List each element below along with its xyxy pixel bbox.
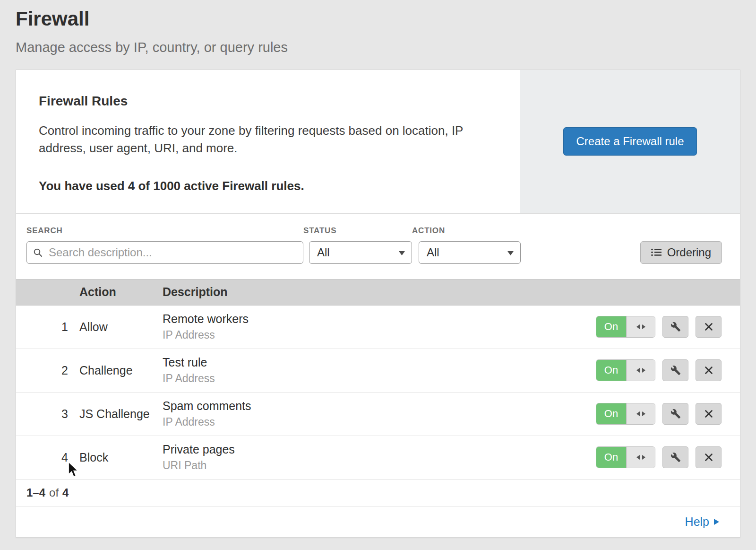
help-link-label: Help	[685, 515, 709, 529]
rule-action: Block	[79, 451, 163, 464]
delete-rule-button[interactable]	[696, 316, 722, 338]
header-description: Description	[163, 285, 740, 299]
rule-action: Allow	[79, 320, 163, 334]
delete-rule-button[interactable]	[696, 359, 722, 381]
page-subtitle: Manage access by IP, country, or query r…	[16, 40, 740, 55]
rule-enabled-toggle[interactable]: On	[596, 359, 655, 381]
rule-match-type: IP Address	[163, 416, 596, 428]
pagination-range: 1–4	[26, 486, 45, 499]
rule-match-type: IP Address	[163, 372, 596, 385]
page-title: Firewall	[16, 8, 740, 30]
list-icon	[651, 248, 662, 257]
rule-controls: On	[596, 316, 740, 338]
edit-rule-button[interactable]	[662, 403, 688, 425]
close-icon	[704, 453, 713, 462]
help-row: Help	[16, 507, 740, 537]
wrench-icon	[670, 322, 681, 332]
search-input-wrap	[26, 241, 303, 264]
rule-number: 1	[16, 320, 79, 334]
rule-controls: On	[596, 446, 740, 468]
rule-match-type: URI Path	[163, 459, 596, 472]
toggle-arrows-icon[interactable]	[627, 316, 655, 337]
card-top-section: Firewall Rules Control incoming traffic …	[16, 70, 740, 214]
header-action: Action	[79, 285, 163, 299]
firewall-page: Firewall Manage access by IP, country, o…	[0, 0, 756, 538]
help-link[interactable]: Help	[685, 515, 719, 529]
status-select[interactable]: All	[309, 241, 412, 264]
rule-action: Challenge	[79, 364, 163, 377]
wrench-icon	[670, 409, 681, 419]
search-field: SEARCH	[26, 226, 303, 264]
rule-number: 2	[16, 364, 79, 377]
rule-description: Test rule IP Address	[163, 356, 596, 385]
status-label: STATUS	[303, 226, 412, 236]
rule-controls: On	[596, 403, 740, 425]
create-rule-panel: Create a Firewall rule	[520, 70, 740, 213]
table-header: Action Description	[16, 279, 740, 306]
rule-enabled-toggle[interactable]: On	[596, 446, 655, 468]
toggle-on-label[interactable]: On	[596, 447, 627, 468]
delete-rule-button[interactable]	[696, 403, 722, 425]
close-icon	[704, 410, 713, 418]
help-arrow-icon	[714, 519, 719, 525]
rule-controls: On	[596, 359, 740, 381]
rule-description: Private pages URI Path	[163, 443, 596, 472]
filters-bar: SEARCH STATUS All ACTION All	[16, 214, 740, 279]
close-icon	[704, 366, 713, 375]
ordering-button-label: Ordering	[667, 246, 711, 259]
toggle-on-label[interactable]: On	[596, 360, 627, 381]
rules-usage-text: You have used 4 of 1000 active Firewall …	[39, 179, 497, 193]
edit-rule-button[interactable]	[662, 316, 688, 338]
search-label: SEARCH	[26, 226, 303, 236]
rule-enabled-toggle[interactable]: On	[596, 316, 655, 338]
toggle-on-label[interactable]: On	[596, 316, 627, 337]
action-select[interactable]: All	[419, 241, 521, 264]
rule-match-type: IP Address	[163, 329, 596, 341]
ordering-button[interactable]: Ordering	[640, 241, 722, 264]
status-selected-value: All	[317, 246, 330, 259]
wrench-icon	[670, 365, 681, 375]
rule-description-text: Private pages	[163, 443, 596, 456]
toggle-arrows-icon[interactable]	[627, 447, 655, 468]
rules-card-description: Control incoming traffic to your zone by…	[39, 122, 492, 157]
search-icon	[33, 248, 43, 258]
action-selected-value: All	[427, 246, 439, 259]
rule-enabled-toggle[interactable]: On	[596, 403, 655, 425]
toggle-arrows-icon[interactable]	[627, 403, 655, 424]
close-icon	[704, 323, 713, 331]
rule-number: 4	[16, 451, 79, 464]
action-field: ACTION All	[412, 226, 521, 264]
rule-number: 3	[16, 407, 79, 421]
create-firewall-rule-button[interactable]: Create a Firewall rule	[563, 127, 696, 156]
pagination-total: 4	[62, 486, 69, 499]
rules-card-title: Firewall Rules	[39, 94, 497, 109]
toggle-on-label[interactable]: On	[596, 403, 627, 424]
pagination-of: of	[49, 486, 59, 499]
rule-description-text: Spam comments	[163, 399, 596, 413]
rule-description: Remote workers IP Address	[163, 312, 596, 341]
rules-intro: Firewall Rules Control incoming traffic …	[16, 70, 520, 213]
firewall-rules-card: Firewall Rules Control incoming traffic …	[16, 70, 740, 538]
rule-description-text: Test rule	[163, 356, 596, 369]
edit-rule-button[interactable]	[662, 446, 688, 468]
pagination: 1–4 of 4	[16, 480, 740, 507]
table-row: 1 Allow Remote workers IP Address On	[16, 306, 740, 349]
table-row: 4 Block Private pages URI Path On	[16, 436, 740, 480]
chevron-down-icon	[399, 251, 405, 255]
search-input[interactable]	[26, 241, 303, 264]
status-field: STATUS All	[303, 226, 412, 264]
toggle-arrows-icon[interactable]	[627, 360, 655, 381]
delete-rule-button[interactable]	[696, 446, 722, 468]
table-row: 2 Challenge Test rule IP Address On	[16, 349, 740, 393]
rule-action: JS Challenge	[79, 407, 163, 421]
rule-description-text: Remote workers	[163, 312, 596, 326]
rule-description: Spam comments IP Address	[163, 399, 596, 428]
table-row: 3 JS Challenge Spam comments IP Address …	[16, 393, 740, 436]
edit-rule-button[interactable]	[662, 359, 688, 381]
action-label: ACTION	[412, 226, 521, 236]
chevron-down-icon	[507, 251, 514, 255]
wrench-icon	[670, 452, 681, 463]
